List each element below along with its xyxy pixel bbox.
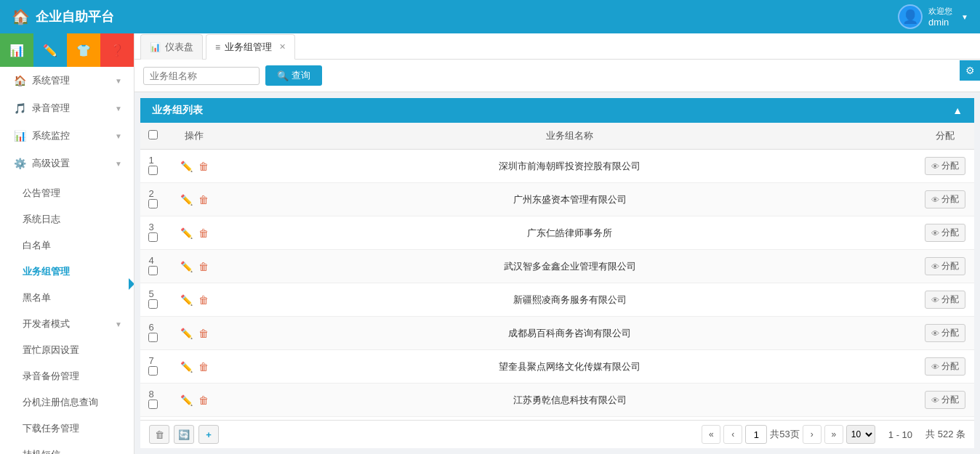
tab-close-icon[interactable]: ✕ (279, 42, 286, 52)
sidebar-item-business-group-mgmt[interactable]: 业务组管理 (0, 259, 134, 285)
edit-icon[interactable]: ✏️ (180, 294, 193, 306)
current-page-input[interactable] (745, 425, 767, 444)
edit-icon[interactable]: ✏️ (180, 161, 193, 172)
sidebar-top-icons: 📊 ✏️ 👕 ❓ (0, 33, 134, 67)
business-group-name: 广东仁皓律师事务所 (223, 216, 916, 250)
row-checkbox-cell: 8 (140, 384, 165, 417)
sidebar-item-busy-reason-settings[interactable]: 置忙原因设置 (0, 337, 134, 363)
sidebar-item-system-monitor[interactable]: 📊 系统监控 ▼ (0, 122, 134, 150)
row-checkbox[interactable] (148, 232, 158, 242)
refresh-button[interactable]: 🔄 (174, 425, 194, 444)
business-group-search-input[interactable] (143, 67, 260, 85)
dashboard-tab-icon: 📊 (150, 42, 161, 52)
delete-icon[interactable]: 🗑 (198, 161, 209, 172)
sidebar-item-system-log[interactable]: 系统日志 (0, 206, 134, 232)
page-size-select[interactable]: 10 20 50 (846, 425, 875, 444)
assign-button[interactable]: 👁 分配 (925, 257, 965, 275)
add-button[interactable]: + (198, 425, 219, 444)
business-group-table: 操作 业务组名称 分配 1 ✏️ 🗑 深圳市前海朝晖投资控股有限公司 👁 分配 (140, 123, 974, 420)
delete-icon[interactable]: 🗑 (198, 261, 209, 272)
settings-gear-button[interactable]: ⚙ (960, 60, 980, 81)
sidebar-label: 系统管理 (32, 74, 70, 87)
user-menu[interactable]: 👤 欢迎您 dmin ▼ (898, 4, 968, 29)
assign-label: 分配 (941, 160, 959, 172)
delete-button[interactable]: 🗑 (149, 425, 169, 444)
edit-icon[interactable]: ✏️ (180, 394, 193, 406)
sidebar-edit-icon[interactable]: ✏️ (33, 33, 67, 67)
sidebar-item-hangup-sms[interactable]: 挂机短信 (0, 442, 134, 454)
row-checkbox[interactable] (148, 266, 158, 275)
delete-icon[interactable]: 🗑 (198, 394, 209, 406)
delete-icon[interactable]: 🗑 (198, 227, 209, 239)
edit-icon[interactable]: ✏️ (180, 194, 193, 206)
range-info: 1 - 10 (888, 429, 912, 440)
assign-button[interactable]: 👁 分配 (925, 391, 965, 409)
sidebar-item-advanced-settings[interactable]: ⚙️ 高级设置 ▼ (0, 150, 134, 177)
row-num: 7 (149, 355, 154, 366)
bottom-bar: 🗑 🔄 + « ‹ 共53页 › » 10 20 50 1 - 10 (140, 420, 974, 448)
tab-business-group-mgmt[interactable]: ≡ 业务组管理 ✕ (206, 34, 295, 60)
ops-cell: ✏️ 🗑 (165, 250, 223, 283)
assign-button[interactable]: 👁 分配 (925, 291, 965, 309)
delete-icon[interactable]: 🗑 (198, 361, 209, 373)
ops-cell: ✏️ 🗑 (165, 150, 223, 183)
table-row: 4 ✏️ 🗑 武汉智多金鑫企业管理有限公司 👁 分配 (140, 250, 974, 283)
caret-icon: ▼ (115, 77, 122, 85)
assign-label: 分配 (941, 260, 959, 272)
assign-button[interactable]: 👁 分配 (925, 190, 965, 208)
topbar: 🏠 企业自助平台 👤 欢迎您 dmin ▼ (0, 0, 980, 33)
assign-cell: 👁 分配 (916, 250, 974, 283)
edit-icon[interactable]: ✏️ (180, 227, 193, 239)
search-button[interactable]: 🔍 查询 (265, 65, 322, 86)
collapse-icon[interactable]: ▲ (952, 105, 963, 116)
tab-dashboard[interactable]: 📊 仪表盘 (140, 34, 203, 60)
delete-icon[interactable]: 🗑 (198, 294, 209, 306)
tab-label: 仪表盘 (165, 41, 193, 54)
sidebar-item-whitelist[interactable]: 白名单 (0, 232, 134, 259)
ops-cell: ✏️ 🗑 (165, 350, 223, 384)
sidebar-item-notice-mgmt[interactable]: 公告管理 (0, 180, 134, 206)
sidebar-sub-label: 置忙原因设置 (23, 344, 79, 355)
sidebar-item-system-mgmt[interactable]: 🏠 系统管理 ▼ (0, 67, 134, 94)
edit-icon[interactable]: ✏️ (180, 328, 193, 339)
first-page-button[interactable]: « (702, 425, 720, 444)
edit-icon[interactable]: ✏️ (180, 261, 193, 272)
row-checkbox[interactable] (148, 166, 158, 175)
sidebar-item-developer-mode[interactable]: 开发者模式 ▼ (0, 311, 134, 337)
sidebar-item-branch-register-query[interactable]: 分机注册信息查询 (0, 389, 134, 416)
row-checkbox[interactable] (148, 299, 158, 309)
sidebar-sub-label: 分机注册信息查询 (23, 397, 98, 408)
assign-button[interactable]: 👁 分配 (925, 157, 965, 175)
sidebar-help-icon[interactable]: ❓ (100, 33, 134, 67)
sidebar-sub-label: 业务组管理 (23, 266, 70, 277)
next-page-button[interactable]: › (803, 425, 822, 444)
edit-icon[interactable]: ✏️ (180, 361, 193, 373)
sidebar-shirt-icon[interactable]: 👕 (67, 33, 100, 67)
select-all-checkbox[interactable] (148, 130, 158, 139)
business-group-name: 新疆熙凌商务服务有限公司 (223, 283, 916, 317)
total-pages: 共53页 (770, 428, 799, 441)
row-checkbox[interactable] (148, 199, 158, 208)
sidebar-sub-label: 录音备份管理 (23, 370, 79, 381)
row-checkbox[interactable] (148, 400, 158, 409)
sidebar-item-blacklist[interactable]: 黑名单 (0, 285, 134, 311)
delete-icon[interactable]: 🗑 (198, 328, 209, 339)
assign-cell: 👁 分配 (916, 384, 974, 417)
last-page-button[interactable]: » (824, 425, 843, 444)
prev-page-button[interactable]: ‹ (723, 425, 742, 444)
sidebar-item-recording-backup-mgmt[interactable]: 录音备份管理 (0, 363, 134, 389)
assign-cell: 👁 分配 (916, 283, 974, 317)
assign-label: 分配 (941, 227, 959, 239)
row-checkbox[interactable] (148, 333, 158, 342)
eye-icon: 👁 (931, 396, 939, 405)
assign-button[interactable]: 👁 分配 (925, 357, 965, 376)
assign-button[interactable]: 👁 分配 (925, 324, 965, 342)
section-title: 业务组列表 (152, 104, 203, 117)
search-button-label: 查询 (292, 69, 310, 82)
sidebar-item-record-mgmt[interactable]: 🎵 录音管理 ▼ (0, 94, 134, 122)
sidebar-stats-icon[interactable]: 📊 (0, 33, 33, 67)
sidebar-item-download-task-mgmt[interactable]: 下载任务管理 (0, 416, 134, 442)
row-checkbox[interactable] (148, 366, 158, 376)
assign-button[interactable]: 👁 分配 (925, 224, 965, 242)
delete-icon[interactable]: 🗑 (198, 194, 209, 206)
